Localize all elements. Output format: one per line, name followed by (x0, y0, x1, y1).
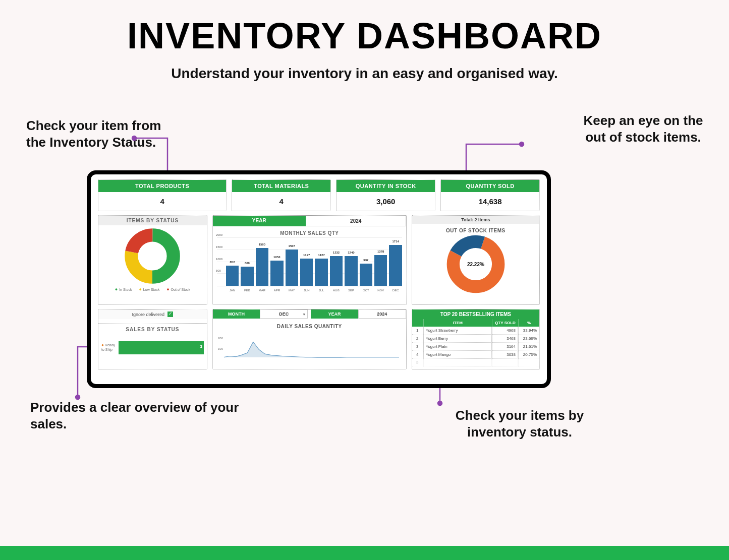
table-row: 1Yogurt Strawberry496833.94% (412, 327, 539, 335)
bar-jul: 1127JUL (315, 259, 327, 286)
callout-bottom-left: Provides a clear overview of your sales. (30, 399, 262, 432)
hbar-value: 3 (200, 344, 202, 349)
bar-feb: 800FEB (241, 267, 253, 286)
year-label: YEAR (311, 309, 358, 319)
ignore-delivered-label: Ignore delivered (132, 312, 164, 317)
legend-low-stock: Low Stock (139, 287, 159, 292)
kpi-label: TOTAL PRODUCTS (98, 180, 226, 192)
svg-point-5 (76, 395, 80, 399)
year-label: YEAR (213, 216, 306, 226)
callout-top-right: Keep an eye on the out of stock items. (578, 112, 709, 145)
page-title: INVENTORY DASHBOARD (0, 0, 729, 56)
bar-aug: 1232AUG (330, 256, 343, 286)
bestsellers-header: TOP 20 BESTSELLING ITEMS (412, 309, 539, 319)
svg-text:100: 100 (218, 347, 223, 350)
bar-jan: 852JAN (226, 266, 239, 286)
bar-apr: 1050APR (270, 261, 283, 286)
hbar-ready-to-ship: 3 (119, 341, 204, 354)
out-of-stock-total: Total: 2 Items (412, 216, 539, 224)
kpi-label: QUANTITY IN STOCK (337, 180, 435, 192)
svg-point-7 (438, 401, 442, 405)
bestsellers-col-headers: ITEM QTY SOLD % (412, 319, 539, 327)
legend-in-stock: In Stock (115, 287, 132, 292)
table-row: 4Yogurt Mango303820.75% (412, 351, 539, 359)
month-label: MONTH (213, 309, 260, 319)
bar-mar: 1580MAR (256, 248, 268, 286)
bar-jun: 1127JUN (300, 259, 313, 286)
card-out-of-stock: Total: 2 Items OUT OF STOCK ITEMS 22.22% (412, 215, 540, 305)
card-bestsellers: TOP 20 BESTSELLING ITEMS ITEM QTY SOLD %… (412, 309, 540, 369)
legend-items-by-status: In Stock Low Stock Out of Stock (98, 287, 207, 292)
kpi-value: 4 (232, 192, 330, 211)
card-title: ITEMS BY STATUS (98, 216, 207, 225)
ignore-delivered-checkbox[interactable] (167, 312, 173, 317)
card-title: MONTHLY SALES QTY (213, 230, 406, 236)
svg-point-11 (139, 243, 165, 269)
kpi-value: 14,638 (441, 192, 539, 211)
legend-out-of-stock: Out of Stock (166, 287, 190, 292)
year-select[interactable]: 2024 (358, 309, 406, 319)
callout-bottom-right: Check your items by inventory status. (436, 407, 603, 440)
ignore-delivered-row: Ignore delivered (98, 309, 207, 319)
col-qty-sold: QTY SOLD (492, 319, 518, 327)
chart-sales-by-status: Ready to Ship 3 (101, 335, 204, 358)
dashboard-frame: TOTAL PRODUCTS 4 TOTAL MATERIALS 4 QUANT… (87, 170, 551, 388)
bar-oct: 937OCT (360, 264, 372, 286)
card-title: SALES BY STATUS (98, 323, 207, 332)
chart-monthly-sales: 500100015002000852JAN800FEB1580MAR1050AP… (217, 238, 402, 286)
kpi-total-products: TOTAL PRODUCTS 4 (98, 179, 227, 211)
card-title: OUT OF STOCK ITEMS (412, 228, 539, 233)
table-row: 3Yogurt Plain316421.61% (412, 343, 539, 351)
card-sales-by-status: Ignore delivered SALES BY STATUS Ready t… (98, 309, 207, 369)
table-row: 2Yogurt Berry346823.69% (412, 335, 539, 343)
year-select[interactable]: 2024 (306, 216, 406, 226)
chevron-down-icon: ▾ (303, 313, 305, 317)
card-title: DAILY SALES QUANTITY (213, 324, 406, 329)
chart-daily-sales: 200100 (217, 330, 402, 360)
kpi-row: TOTAL PRODUCTS 4 TOTAL MATERIALS 4 QUANT… (98, 179, 540, 211)
col-percent: % (518, 319, 539, 327)
kpi-value: 3,060 (337, 192, 435, 211)
kpi-qty-sold: QUANTITY SOLD 14,638 (440, 179, 540, 211)
col-item: ITEM (423, 319, 492, 327)
svg-text:200: 200 (218, 337, 223, 340)
kpi-qty-in-stock: QUANTITY IN STOCK 3,060 (336, 179, 435, 211)
bar-may: 1507MAY (286, 250, 298, 286)
donut-center-label: 22.22% (467, 262, 484, 267)
kpi-label: TOTAL MATERIALS (232, 180, 330, 192)
hbar-label: Ready to Ship (101, 343, 118, 351)
bar-nov: 1278NOV (374, 255, 387, 286)
kpi-label: QUANTITY SOLD (441, 180, 539, 192)
kpi-total-materials: TOTAL MATERIALS 4 (232, 179, 331, 211)
donut-items-by-status (125, 228, 180, 284)
card-daily-sales: MONTH DEC▾ YEAR 2024 DAILY SALES QUANTIT… (212, 309, 407, 369)
bar-sep: 1240SEP (345, 256, 357, 286)
page-subtitle: Understand your inventory in an easy and… (0, 66, 729, 82)
kpi-value: 4 (98, 192, 226, 211)
footer-accent-bar (0, 546, 729, 560)
card-items-by-status: ITEMS BY STATUS In Stock Low Stock Out o… (98, 215, 207, 305)
month-select[interactable]: DEC▾ (260, 309, 308, 319)
card-monthly-sales: YEAR 2024 MONTHLY SALES QTY 500100015002… (212, 215, 407, 305)
bar-dec: 1714DEC (389, 245, 402, 286)
